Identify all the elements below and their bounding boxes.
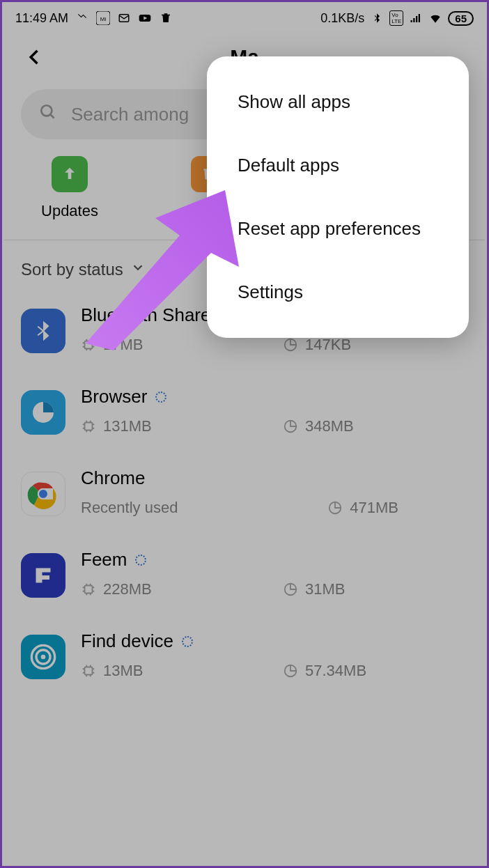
menu-item-settings[interactable]: Settings xyxy=(207,261,469,324)
menu-item-default-apps[interactable]: Default apps xyxy=(207,134,469,197)
menu-item-reset-preferences[interactable]: Reset app preferences xyxy=(207,197,469,261)
overflow-menu: Show all apps Default apps Reset app pre… xyxy=(207,56,469,338)
menu-item-show-all-apps[interactable]: Show all apps xyxy=(207,70,469,134)
